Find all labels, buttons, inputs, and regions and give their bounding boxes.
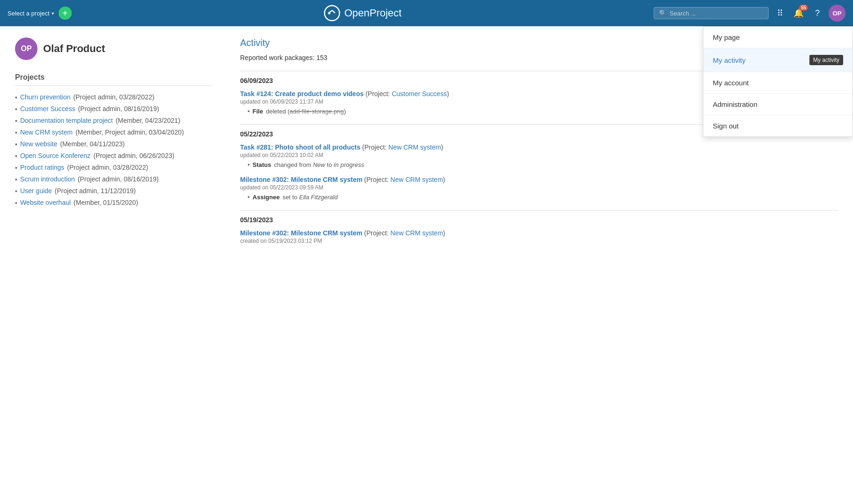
project-link[interactable]: User guide — [20, 187, 52, 195]
activity-project-link[interactable]: New CRM system — [391, 176, 443, 183]
project-meta: (Project admin, 08/16/2019) — [78, 105, 159, 113]
left-column: OP Olaf Product Projects Churn preventio… — [15, 38, 212, 254]
dropdown-tooltip: My activity — [809, 55, 843, 65]
activity-task-link[interactable]: Task #281: Photo shoot of all products — [240, 143, 360, 151]
help-icon: ? — [815, 8, 820, 18]
project-link[interactable]: New CRM system — [20, 128, 73, 136]
search-box: 🔍 — [654, 7, 769, 19]
project-meta: (Member, 01/15/2020) — [74, 199, 138, 206]
project-link[interactable]: Open Source Konferenz — [20, 152, 91, 159]
list-item: Open Source Konferenz (Project admin, 06… — [15, 152, 212, 160]
select-project-button[interactable]: Select a project ▾ — [8, 10, 54, 17]
project-link[interactable]: Customer Success — [20, 105, 75, 113]
change-text: set to Ella Fitzgerald — [282, 194, 338, 201]
list-item: User guide (Project admin, 11/12/2019) — [15, 187, 212, 195]
project-meta: (Project admin, 03/28/2022) — [73, 93, 154, 101]
activity-change-item: Assignee set to Ella Fitzgerald — [248, 194, 838, 201]
project-link[interactable]: Documentation template project — [20, 117, 113, 124]
dropdown-arrow-icon: ▾ — [52, 11, 54, 16]
project-link[interactable]: Product ratings — [20, 164, 64, 171]
dropdown-item-my-page[interactable]: My page — [703, 27, 853, 48]
help-button[interactable]: ? — [810, 6, 825, 21]
grid-icon: ⠿ — [777, 8, 783, 18]
change-from: New — [313, 161, 325, 168]
activity-changes: Assignee set to Ella Fitzgerald — [240, 194, 838, 201]
list-item: Scrum introduction (Project admin, 08/16… — [15, 175, 212, 183]
grid-menu-button[interactable]: ⠿ — [772, 6, 787, 21]
list-item: Customer Success (Project admin, 08/16/2… — [15, 105, 212, 113]
user-avatar-button[interactable]: OP — [829, 5, 845, 22]
avatar-initials: OP — [833, 10, 842, 17]
select-project-label: Select a project — [8, 10, 50, 17]
activity-updated: created on 05/19/2023 03:12 PM — [240, 238, 838, 244]
project-meta: (Project admin, 11/12/2019) — [55, 187, 136, 195]
activity-updated: updated on 05/22/2023 10:02 AM — [240, 152, 838, 158]
activity-project-text: (Project: New CRM system) — [362, 229, 445, 237]
change-text: deleted (add-file-storage.png) — [266, 108, 346, 115]
activity-project-text: (Project: Customer Success) — [364, 90, 449, 98]
change-to: In progress — [334, 161, 364, 168]
dropdown-item-administration[interactable]: Administration — [703, 94, 853, 115]
project-list: Churn prevention (Project admin, 03/28/2… — [15, 93, 212, 207]
project-meta: (Member, 04/11/2023) — [60, 140, 125, 148]
change-key: Assignee — [253, 194, 280, 201]
date-header: 05/19/2023 — [240, 210, 838, 224]
change-key: File — [253, 108, 263, 115]
list-item: Churn prevention (Project admin, 03/28/2… — [15, 93, 212, 101]
logo-icon — [324, 5, 340, 22]
activity-task-line: Milestone #302: Milestone CRM system (Pr… — [240, 176, 838, 183]
list-item: Product ratings (Project admin, 03/28/20… — [15, 164, 212, 172]
dropdown-item-my-account[interactable]: My account — [703, 72, 853, 94]
search-icon: 🔍 — [659, 9, 667, 17]
project-meta: (Project admin, 06/26/2023) — [93, 152, 174, 159]
header-center: OpenProject — [72, 5, 654, 22]
dropdown-item-my-activity[interactable]: My activityMy activity — [703, 48, 853, 72]
dropdown-item-label: My activity — [713, 56, 746, 64]
dropdown-item-sign-out[interactable]: Sign out — [703, 115, 853, 136]
main-header: Select a project ▾ + OpenProject 🔍 ⠿ 🔔 — [0, 0, 853, 26]
project-meta: (Project admin, 03/28/2022) — [67, 164, 148, 171]
activity-updated: updated on 05/22/2023 09:59 AM — [240, 184, 838, 191]
notifications-button[interactable]: 🔔 55 — [791, 6, 806, 21]
dropdown-item-label: My page — [713, 33, 740, 41]
change-to: Ella Fitzgerald — [299, 194, 338, 201]
activity-task-line: Task #281: Photo shoot of all products (… — [240, 143, 838, 151]
activity-item: Milestone #302: Milestone CRM system (Pr… — [240, 229, 838, 244]
user-header: OP Olaf Product — [15, 38, 212, 60]
activity-task-link[interactable]: Milestone #302: Milestone CRM system — [240, 229, 362, 237]
strikethrough-text: add-file-storage.png — [290, 108, 344, 115]
change-text: changed from New to In progress — [274, 161, 364, 168]
list-item: Documentation template project (Member, … — [15, 117, 212, 125]
activity-project-link[interactable]: New CRM system — [391, 229, 443, 237]
user-avatar: OP — [15, 38, 38, 60]
project-link[interactable]: Website overhaul — [20, 199, 71, 206]
logo-text: OpenProject — [344, 7, 401, 19]
project-link[interactable]: Scrum introduction — [20, 175, 75, 183]
activity-project-text: (Project: New CRM system) — [360, 143, 443, 151]
dropdown-item-label: My account — [713, 79, 749, 87]
search-input[interactable] — [670, 10, 763, 17]
header-right: 🔍 ⠿ 🔔 55 ? OP — [654, 5, 845, 22]
dropdown-item-label: Administration — [713, 100, 757, 108]
list-item: New CRM system (Member, Project admin, 0… — [15, 128, 212, 136]
activity-project-text: (Project: New CRM system) — [362, 176, 445, 183]
svg-point-1 — [328, 12, 331, 15]
project-link[interactable]: Churn prevention — [20, 93, 70, 101]
projects-section-title: Projects — [15, 73, 212, 86]
activity-project-link[interactable]: New CRM system — [388, 143, 441, 151]
header-left: Select a project ▾ + — [8, 7, 72, 20]
svg-point-0 — [325, 6, 340, 21]
activity-changes: Status changed from New to In progress — [240, 161, 838, 168]
activity-task-line: Milestone #302: Milestone CRM system (Pr… — [240, 229, 838, 237]
project-link[interactable]: New website — [20, 140, 57, 148]
activity-project-link[interactable]: Customer Success — [392, 90, 446, 98]
project-meta: (Project admin, 08/16/2019) — [78, 175, 159, 183]
activity-task-link[interactable]: Milestone #302: Milestone CRM system — [240, 176, 362, 183]
list-item: New website (Member, 04/11/2023) — [15, 140, 212, 148]
add-project-button[interactable]: + — [59, 7, 72, 20]
dropdown-item-label: Sign out — [713, 122, 739, 130]
activity-task-link[interactable]: Task #124: Create product demo videos — [240, 90, 364, 98]
change-key: Status — [253, 161, 272, 168]
project-meta: (Member, 04/23/2021) — [116, 117, 181, 124]
user-avatar-initials: OP — [21, 45, 31, 53]
